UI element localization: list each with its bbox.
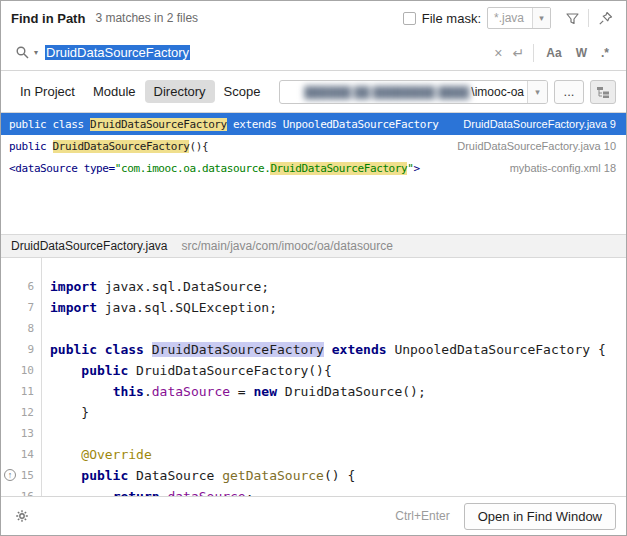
code-lines: import javax.sql.DataSource;import java.… [42, 258, 626, 496]
code-line: import java.sql.SQLException; [50, 297, 626, 318]
directory-structure-icon[interactable] [590, 80, 616, 104]
line-number: 13 [1, 423, 41, 444]
regex-toggle[interactable]: .* [601, 46, 609, 60]
scope-row: In ProjectModuleDirectoryScope ██████ ██… [1, 71, 626, 113]
overrides-icon[interactable]: ↑ [4, 469, 16, 481]
code-segment: "com.imooc.oa.datasource. [115, 162, 271, 175]
code-segment: ; [246, 489, 254, 496]
chevron-down-icon[interactable]: ▾ [527, 81, 547, 103]
code-line: public DataSource getDataSource() { [50, 465, 626, 486]
directory-path-redacted: ██████ ██ ████████ ████ [304, 86, 469, 98]
result-row[interactable]: public DruidDataSourceFactory(){DruidDat… [1, 135, 626, 157]
separator [588, 9, 589, 27]
tab-in-project[interactable]: In Project [11, 80, 84, 103]
code-line: public class DruidDataSourceFactory exte… [50, 339, 626, 360]
code-line [50, 423, 626, 444]
code-segment: . [144, 384, 152, 399]
code-segment [50, 447, 81, 462]
code-segment: java.sql.SQLException; [97, 300, 277, 315]
code-line: this.dataSource = new DruidDataSource(); [50, 381, 626, 402]
line-number: 10 [1, 360, 41, 381]
tab-module[interactable]: Module [84, 80, 145, 103]
search-input[interactable]: DruidDataSourceFactory [45, 45, 488, 60]
find-in-path-dialog: Find in Path 3 matches in 2 files File m… [0, 0, 627, 536]
directory-path-tail: \imooc-oa [471, 85, 524, 99]
line-number: 9 [1, 339, 41, 360]
code-segment: new [254, 384, 277, 399]
code-segment: public class [9, 118, 90, 131]
header-actions: File mask: *.java ▾ [403, 7, 616, 29]
dialog-footer: Ctrl+Enter Open in Find Window [1, 496, 626, 535]
file-mask-combo[interactable]: *.java ▾ [487, 7, 551, 29]
code-segment: } [50, 405, 89, 420]
result-code: public class DruidDataSourceFactory exte… [9, 118, 453, 131]
code-segment: dataSource [152, 384, 230, 399]
settings-gear-icon[interactable] [11, 505, 33, 527]
line-number: 16 [1, 486, 41, 496]
separator [533, 44, 534, 62]
code-segment: javax.sql.DataSource; [97, 279, 269, 294]
code-segment: dataSource [167, 489, 245, 496]
code-line: return dataSource; [50, 486, 626, 496]
match-summary: 3 matches in 2 files [95, 11, 198, 25]
code-line [50, 318, 626, 339]
gutter: 6789101112131415↑16 [1, 258, 42, 496]
result-location: mybatis-config.xml 18 [510, 162, 616, 174]
tab-scope[interactable]: Scope [215, 80, 270, 103]
code-line: public DruidDataSourceFactory(){ [50, 360, 626, 381]
code-segment: > [414, 162, 420, 175]
code-line: } [50, 402, 626, 423]
open-in-find-window-button[interactable]: Open in Find Window [464, 503, 616, 530]
code-segment: DruidDataSourceFactory [53, 140, 190, 153]
code-segment: DruidDataSourceFactory(){ [128, 363, 332, 378]
code-preview[interactable]: 6789101112131415↑16 import javax.sql.Dat… [1, 258, 626, 496]
file-mask-value: *.java [488, 11, 524, 25]
match-case-toggle[interactable]: Aa [546, 46, 561, 60]
code-segment: = [230, 384, 253, 399]
line-number: 11 [1, 381, 41, 402]
code-segment [50, 489, 113, 496]
line-number: 15↑ [1, 465, 41, 486]
preview-file-name: DruidDataSourceFactory.java [11, 239, 168, 253]
code-segment: extends UnpooledDataSourceFactory [227, 118, 439, 131]
code-segment: public [81, 468, 128, 483]
code-segment: extends [332, 342, 387, 357]
code-segment: DruidDataSource(); [277, 384, 426, 399]
tab-directory[interactable]: Directory [145, 80, 215, 103]
search-icon[interactable] [11, 42, 33, 64]
result-location: DruidDataSourceFactory.java 10 [457, 140, 616, 152]
pin-icon[interactable] [594, 7, 616, 29]
preview-header: DruidDataSourceFactory.java src/main/jav… [1, 234, 626, 258]
code-segment [324, 342, 332, 357]
directory-combo[interactable]: ██████ ██ ████████ ████ \imooc-oa ▾ [279, 80, 548, 104]
newline-icon[interactable]: ↵ [508, 45, 528, 61]
code-line: @Override [50, 444, 626, 465]
code-segment: import [50, 279, 97, 294]
code-segment: return [113, 489, 160, 496]
code-segment: DruidDataSourceFactory [152, 342, 324, 357]
code-segment: public [81, 363, 128, 378]
chevron-down-icon: ▾ [532, 8, 550, 28]
line-number: 14 [1, 444, 41, 465]
filter-icon[interactable] [561, 7, 583, 29]
results-list: public class DruidDataSourceFactory exte… [1, 113, 626, 179]
search-row: ▾ DruidDataSourceFactory × ↵ Aa W .* [1, 35, 626, 71]
file-mask-checkbox[interactable] [403, 12, 416, 25]
code-segment: DruidDataSourceFactory [90, 118, 227, 131]
result-row[interactable]: public class DruidDataSourceFactory exte… [1, 113, 626, 135]
code-segment: public class [50, 342, 152, 357]
scope-tabs: In ProjectModuleDirectoryScope [11, 80, 269, 103]
file-mask-label[interactable]: File mask: [422, 11, 481, 26]
results-empty-space [1, 179, 626, 234]
result-row[interactable]: <dataSource type="com.imooc.oa.datasourc… [1, 157, 626, 179]
code-segment [50, 384, 113, 399]
code-segment: () { [324, 468, 355, 483]
words-toggle[interactable]: W [576, 46, 587, 60]
line-number: 12 [1, 402, 41, 423]
search-history-chevron-icon[interactable]: ▾ [34, 48, 38, 57]
code-segment [50, 468, 81, 483]
code-segment: DataSource [128, 468, 222, 483]
code-segment: (){ [189, 140, 208, 153]
clear-icon[interactable]: × [488, 45, 508, 61]
browse-directory-button[interactable]: ... [554, 80, 584, 104]
